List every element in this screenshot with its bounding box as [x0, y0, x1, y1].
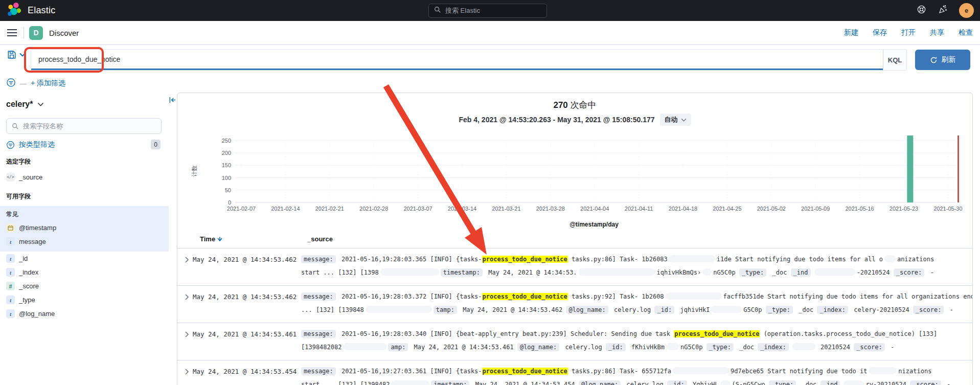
selected-fields-label: 选定字段 [6, 157, 166, 166]
field-key-badge: _index: [758, 343, 789, 351]
top-menu-actions: 新建保存打开共享检查 [844, 28, 973, 37]
source-text: start ... [132] [1398482 [301, 381, 390, 385]
source-text: anizations [897, 256, 934, 263]
discover-app-badge[interactable]: D [29, 26, 43, 40]
fields-sidebar: celery* 按类型筛选 0 选定字段 </>_source 可用字段 常见 … [0, 93, 169, 385]
popular-fields-label: 常见 [6, 210, 166, 219]
field-key-badge: tamp: [434, 306, 457, 314]
top-menu-action-1[interactable]: 保存 [873, 28, 887, 37]
redacted-blur [844, 380, 864, 385]
field-key-badge: _index: [817, 306, 848, 314]
index-pattern-selector[interactable]: celery* [6, 100, 166, 109]
field-key-badge: _ind [821, 380, 840, 385]
field-item[interactable]: t@log_name [6, 307, 166, 321]
redacted-blur [391, 380, 429, 385]
source-text: ... [132] [139848 [301, 306, 364, 313]
histogram-bar[interactable] [907, 135, 913, 202]
histogram-chart[interactable]: 050100150200250计数2021-02-072021-02-14202… [178, 133, 972, 220]
y-tick-label: 200 [222, 150, 231, 156]
redacted-blur [711, 306, 742, 313]
brand-title: Elastic [28, 5, 55, 16]
newsfeed-icon[interactable] [938, 5, 948, 17]
redacted-blur [869, 367, 897, 374]
field-item[interactable]: t_index [6, 265, 166, 279]
field-item[interactable]: #_score [6, 279, 166, 293]
field-item[interactable]: t_type [6, 293, 166, 307]
x-tick-label: 2021-04-11 [625, 206, 653, 212]
top-menu-action-0[interactable]: 新建 [844, 28, 858, 37]
field-name: @log_name [19, 310, 55, 318]
field-item[interactable]: @timestamp [6, 221, 166, 235]
source-text: nizations [898, 368, 931, 375]
collapse-sidebar-icon[interactable] [169, 96, 176, 106]
expand-row-chevron-icon[interactable] [177, 286, 193, 323]
redacted-blur [380, 268, 439, 276]
top-menu-action-2[interactable]: 打开 [901, 28, 916, 37]
saved-query-menu-button[interactable] [7, 50, 26, 59]
source-line-1: message: 2021-05-16,19:28:03.372 [INFO] … [301, 290, 972, 303]
global-search-input[interactable]: 搜索 Elastic [428, 4, 547, 18]
expand-row-chevron-icon[interactable] [177, 360, 193, 385]
source-text: May 24, 2021 @ 14:34:53.454 [471, 381, 579, 385]
y-tick-label: 250 [222, 138, 231, 144]
source-text: iqhivHkBmQs› [657, 269, 701, 276]
top-menu-action-4[interactable]: 检查 [959, 28, 973, 37]
refresh-button[interactable]: 刷新 [915, 50, 970, 70]
source-text: celery.log [610, 306, 655, 313]
user-avatar[interactable]: e [959, 3, 974, 18]
expand-row-chevron-icon[interactable] [177, 248, 193, 285]
source-text: (operation.tasks.process_todo_due_notice… [760, 330, 937, 337]
row-source: message: 2021-05-16,19:28:03.372 [INFO] … [301, 286, 972, 323]
top-header-bar: Elastic 搜索 Elastic e [0, 0, 980, 21]
field-key-badge: message: [301, 330, 336, 338]
top-menu-action-3[interactable]: 共享 [930, 28, 944, 37]
source-text: _doc [795, 306, 817, 313]
field-search-input[interactable] [23, 122, 141, 130]
search-icon [434, 6, 441, 15]
redacted-blur [669, 255, 715, 262]
source-text: jqhivHkI [676, 306, 710, 313]
source-text: [1398482082 [301, 344, 341, 351]
filter-separator: — [20, 80, 27, 87]
source-field-icon: </> [6, 173, 15, 182]
interval-select[interactable]: 自动 [660, 114, 691, 126]
field-key-badge: _id: [667, 380, 687, 385]
elastic-logo-icon [6, 2, 21, 20]
filter-icon[interactable] [6, 78, 16, 89]
source-text: nG5C0p [713, 269, 739, 276]
expand-row-chevron-icon[interactable] [177, 323, 193, 360]
source-text: - [946, 306, 953, 313]
add-filter-button[interactable]: + 添加筛选 [31, 79, 65, 88]
redacted-blur [814, 268, 855, 276]
field-search-box[interactable] [6, 118, 162, 134]
source-text: facffb351de Start notifying due todo ite… [723, 293, 972, 300]
field-item[interactable]: tmessage [6, 235, 166, 248]
filter-by-type[interactable]: 按类型筛选 0 [6, 140, 166, 149]
breadcrumb-bar: D Discover 新建保存打开共享检查 [0, 21, 980, 45]
row-timestamp: May 24, 2021 @ 14:34:53.461 [193, 323, 301, 360]
x-tick-label: 2021-04-18 [669, 206, 697, 212]
query-language-button[interactable]: KQL [883, 50, 906, 70]
filter-by-type-label: 按类型筛选 [19, 140, 55, 149]
field-key-badge: message: [301, 255, 336, 263]
field-key-badge: amp: [388, 343, 408, 351]
row-source: message: 2021-05-16,19:27:03.361 [INFO] … [301, 360, 972, 385]
highlighted-term: process_todo_due_notice [674, 330, 760, 337]
string-field-icon: t [6, 254, 15, 263]
menu-icon[interactable] [0, 29, 24, 37]
field-item[interactable]: </>_source [6, 170, 166, 184]
field-name: _id [19, 255, 28, 262]
hits-number: 270 [553, 100, 567, 110]
field-key-badge: message: [301, 367, 336, 375]
chevron-down-icon [19, 53, 26, 57]
table-header: Time _source [177, 230, 972, 248]
row-timestamp: May 24, 2021 @ 14:34:53.454 [193, 360, 301, 385]
source-text: _doc [768, 269, 790, 276]
y-tick-label: 0 [228, 199, 231, 206]
source-line-1: message: 2021-05-16,19:27:03.361 [INFO] … [301, 365, 972, 378]
help-icon[interactable] [917, 5, 926, 16]
field-item[interactable]: t_id [6, 252, 166, 265]
time-column-header[interactable]: Time [200, 235, 307, 243]
query-input[interactable] [31, 50, 883, 70]
field-key-badge: message: [301, 292, 336, 301]
